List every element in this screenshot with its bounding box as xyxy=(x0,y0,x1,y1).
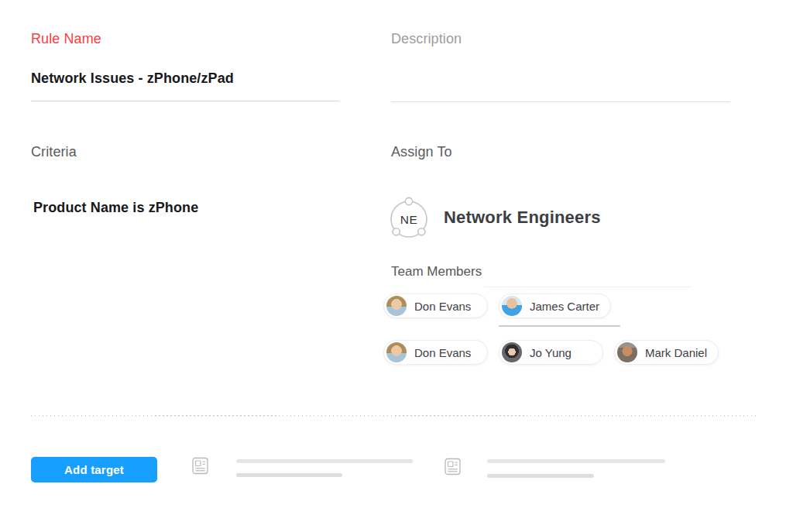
news-icon xyxy=(192,457,208,478)
rule-name-label: Rule Name xyxy=(31,31,101,47)
avatar xyxy=(502,342,522,362)
team-members-label: Team Members xyxy=(391,264,482,280)
team-member-chip[interactable]: Don Evans xyxy=(383,340,488,365)
avatar xyxy=(386,296,407,316)
team-member-chip[interactable]: Mark Daniel xyxy=(614,340,719,365)
team-member-name: Don Evans xyxy=(414,300,471,313)
avatar xyxy=(617,342,637,362)
team-initials: NE xyxy=(400,213,418,226)
team-network-icon: NE xyxy=(386,195,431,243)
description-underline xyxy=(391,101,730,102)
team-member-name: Jo Yung xyxy=(530,346,572,359)
assignment-rule-form: Rule Name Network Issues - zPhone/zPad D… xyxy=(0,0,793,532)
team-badge[interactable]: NE xyxy=(386,195,431,243)
add-target-button[interactable]: Add target xyxy=(31,457,157,482)
team-member-chip[interactable]: James Carter xyxy=(499,293,611,318)
criteria-value[interactable]: Product Name is zPhone xyxy=(33,200,198,216)
criteria-label: Criteria xyxy=(31,144,77,160)
placeholder-line xyxy=(487,474,594,478)
team-name: Network Engineers xyxy=(444,208,601,228)
rule-name-underline xyxy=(31,101,339,101)
assign-to-label: Assign To xyxy=(391,144,452,160)
team-member-name: James Carter xyxy=(530,300,599,313)
chips-container-edge xyxy=(484,287,692,287)
rule-name-input[interactable]: Network Issues - zPhone/zPad xyxy=(31,70,234,87)
placeholder-line xyxy=(236,459,413,463)
team-member-name: Mark Daniel xyxy=(645,346,707,359)
team-member-chip[interactable]: Don Evans xyxy=(383,293,488,318)
dotted-divider xyxy=(31,415,757,417)
placeholder-line xyxy=(236,473,342,477)
chips-scrollbar[interactable] xyxy=(499,325,620,327)
avatar xyxy=(502,296,522,316)
description-label: Description xyxy=(391,31,462,47)
description-input[interactable] xyxy=(391,70,730,97)
news-icon xyxy=(445,458,461,479)
avatar xyxy=(386,342,407,362)
team-members-row-2: Don Evans Jo Yung Mark Daniel xyxy=(383,340,719,365)
placeholder-line xyxy=(487,459,665,463)
team-members-row-1: Don Evans James Carter xyxy=(383,293,611,318)
team-member-chip[interactable]: Jo Yung xyxy=(499,340,603,365)
team-member-name: Don Evans xyxy=(414,346,471,359)
